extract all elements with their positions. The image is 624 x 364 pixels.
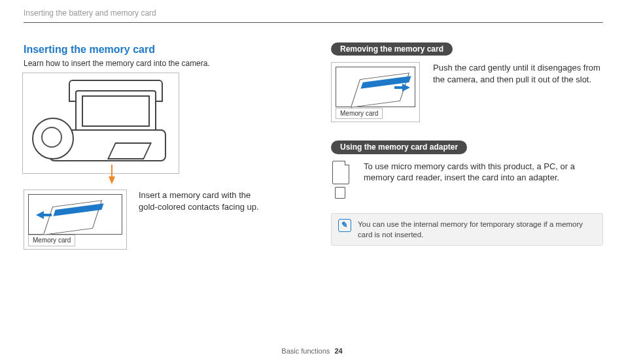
footer-section: Basic functions: [281, 347, 330, 355]
camera-illustration: [22, 73, 179, 174]
adapter-illustration: [331, 161, 352, 197]
adapter-heading: Using the memory card adapter: [331, 141, 467, 154]
section-lede: Learn how to insert the memory card into…: [24, 58, 285, 69]
arrow-down-icon: [109, 176, 115, 184]
arrow-left-icon: [36, 211, 44, 219]
section-title: Inserting the memory card: [24, 42, 285, 57]
divider: [24, 22, 603, 23]
breadcrumb: Inserting the battery and memory card: [24, 8, 603, 22]
footer-page-number: 24: [334, 347, 342, 355]
page-footer: Basic functions 24: [0, 346, 624, 356]
removing-card-heading: Removing the memory card: [331, 42, 453, 56]
note-icon: ✎: [338, 219, 351, 232]
arrow-right-icon: [402, 84, 410, 91]
memory-card-caption: Memory card: [336, 108, 383, 120]
insert-instruction-text: Insert a memory card with the gold-color…: [139, 190, 269, 212]
remove-instruction-text: Push the card gently until it disengages…: [433, 62, 603, 85]
adapter-instruction-text: To use micro memory cards with this prod…: [364, 161, 593, 184]
note-text: You can use the internal memory for temp…: [358, 219, 596, 240]
memory-slot-remove-illustration: Memory card: [331, 62, 420, 122]
memory-slot-insert-illustration: Memory card: [24, 190, 127, 250]
memory-card-caption: Memory card: [28, 235, 75, 246]
note-box: ✎ You can use the internal memory for te…: [331, 213, 603, 246]
